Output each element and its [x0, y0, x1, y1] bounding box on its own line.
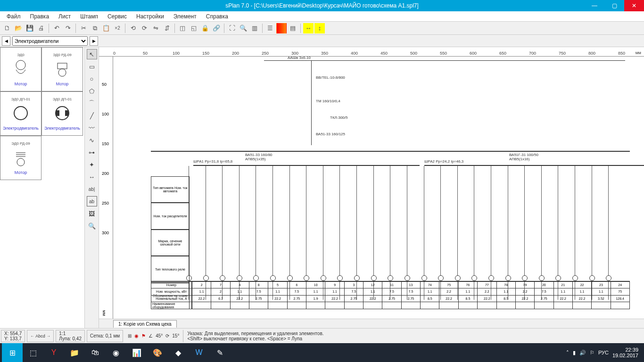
bezier-tool[interactable]: ∿ — [87, 135, 97, 145]
grid-toggle-icon[interactable]: ⊞ — [128, 333, 132, 338]
circle-tool[interactable]: ○ — [87, 74, 97, 84]
menu-settings[interactable]: Настройки — [132, 13, 169, 20]
zoom-fit-button[interactable]: ⛶ — [227, 23, 237, 33]
taskbar-app2[interactable]: 🎨 — [147, 343, 168, 362]
line-tool[interactable]: ╱ — [87, 110, 97, 121]
taskbar-explorer[interactable]: 📁 — [64, 343, 85, 362]
symbol-engine-2[interactable]: ЭД0 ДП-01 Электродвигатель — [41, 91, 83, 136]
connection-tool[interactable]: ⊶ — [87, 147, 97, 157]
window-titlebar: sPlan 7.0 - [C:\Users\Евгений\Desktop\Ку… — [0, 0, 644, 11]
menu-element[interactable]: Элемент — [169, 13, 201, 20]
ruler-horizontal: 0 50 100 150 200 250 300 350 400 450 500… — [99, 47, 644, 57]
group-button[interactable]: ◫ — [177, 23, 188, 33]
menu-stamp[interactable]: Штамп — [75, 13, 103, 20]
layers-button[interactable]: ▤ — [288, 23, 298, 33]
rotate-left-button[interactable]: ⟲ — [128, 23, 138, 33]
taskbar-app3[interactable]: ◆ — [168, 343, 189, 362]
symbol-motor-3[interactable]: ЭД0 РД-09 Мотор — [0, 136, 41, 180]
symbol-palette: ЭД0 Мотор ЭД0 РД-09 Мотор ЭД0 ДП-01 Элек… — [0, 47, 85, 328]
svg-point-2 — [58, 69, 66, 76]
drawing-canvas[interactable]: ААШв 3x6-10 BB/TEL-10-8/800 ТМ 160/10/0,… — [113, 57, 644, 319]
rotate-icon[interactable]: ⟳ — [165, 333, 169, 338]
duplicate-x2-button[interactable]: ×2 — [112, 23, 123, 33]
new-button[interactable]: 🗋 — [2, 23, 12, 33]
svg-point-7 — [17, 158, 25, 166]
link-button[interactable]: 🔗 — [211, 23, 222, 33]
measure-v-button[interactable]: ↕ — [314, 23, 325, 33]
lock-button[interactable]: 🔒 — [200, 23, 210, 33]
tray-lang[interactable]: РУС — [598, 350, 609, 355]
svg-point-3 — [14, 107, 27, 120]
tray-volume-icon[interactable]: 🔊 — [579, 350, 586, 356]
sheet-tab[interactable]: 1: Kopie von Схема цеха — [113, 320, 177, 328]
undo-button[interactable]: ↶ — [51, 23, 62, 33]
print-button[interactable]: 🖨 — [36, 23, 46, 33]
list-button[interactable]: ☰ — [265, 23, 275, 33]
menu-sheet[interactable]: Лист — [54, 13, 75, 20]
mirror-h-button[interactable]: ⇋ — [150, 23, 161, 33]
window-maximize-button[interactable]: ▢ — [604, 0, 624, 11]
taskbar-word[interactable]: W — [189, 343, 209, 362]
main-toolbar: 🗋 📂 💾 🖨 ↶ ↷ ✂ ⧉ 📋 ×2 ⟲ ⟳ ⇋ ⇵ ◫ ◱ 🔒 🔗 ⛶ 🔍… — [0, 22, 644, 35]
polygon-tool[interactable]: ⬠ — [87, 86, 97, 96]
copy-button[interactable]: ⧉ — [90, 23, 100, 33]
textlabel-tool[interactable]: ab| — [87, 184, 97, 194]
snap-icon[interactable]: ◉ — [134, 333, 139, 338]
symbol-motor-1[interactable]: ЭД0 Мотор — [0, 47, 41, 91]
library-select[interactable]: Электродвигатели — [12, 36, 88, 46]
menu-help[interactable]: Справка — [201, 13, 233, 20]
menu-file[interactable]: Файл — [2, 13, 25, 20]
mirror-v-button[interactable]: ⇵ — [162, 23, 172, 33]
taskbar-store[interactable]: 🛍 — [85, 343, 106, 362]
start-button[interactable]: ⊞ — [2, 343, 23, 362]
windows-taskbar: ⊞ ⬚ Y 📁 🛍 ◉ 📊 🎨 ◆ W ✎ ˄ ▮ 🔊 ⚐ РУС 22:391… — [0, 343, 644, 362]
motor-icon — [9, 57, 33, 81]
library-bar: ◀ Электродвигатели ▶ — [0, 35, 644, 47]
lib-next-button[interactable]: ▶ — [90, 36, 98, 46]
tray-flag-icon[interactable]: ⚐ — [590, 350, 594, 356]
text-tool[interactable]: ab — [87, 196, 97, 206]
rotate-right-button[interactable]: ⟳ — [139, 23, 149, 33]
drawing-tools: ↖ ▭ ○ ⬠ ⌒ ╱ 〰 ∿ ⊶ ✦ ↔ ab| ab 🖼 🔍 — [85, 47, 99, 328]
window-title: sPlan 7.0 - [C:\Users\Евгений\Desktop\Ку… — [225, 2, 419, 9]
pointer-tool[interactable]: ↖ — [87, 49, 97, 59]
tray-clock[interactable]: 22:3919.02.2017 — [612, 347, 638, 358]
redo-button[interactable]: ↷ — [63, 23, 73, 33]
svg-rect-1 — [58, 63, 67, 69]
paste-button[interactable]: 📋 — [101, 23, 111, 33]
measure-h-button[interactable]: ↔ — [303, 23, 314, 33]
taskbar-chrome[interactable]: ◉ — [106, 343, 126, 362]
color-button[interactable] — [276, 23, 287, 33]
symbol-engine-1[interactable]: ЭД0 ДП-01 Электродвигатель — [0, 91, 41, 136]
taskbar-app1[interactable]: 📊 — [126, 343, 147, 362]
window-close-button[interactable]: ✕ — [624, 0, 644, 11]
node-tool[interactable]: ✦ — [87, 159, 97, 170]
angle-icon[interactable]: ∠ — [149, 333, 153, 338]
curve-tool[interactable]: 〰 — [87, 123, 97, 133]
save-button[interactable]: 💾 — [25, 23, 35, 33]
components-button[interactable]: ▥ — [249, 23, 260, 33]
zoom-tool[interactable]: 🔍 — [87, 221, 97, 231]
svg-rect-5 — [56, 110, 59, 116]
tray-battery-icon[interactable]: ▮ — [573, 350, 576, 356]
window-minimize-button[interactable]: — — [585, 0, 604, 11]
lib-prev-button[interactable]: ◀ — [2, 36, 10, 46]
dimension-tool[interactable]: ↔ — [87, 172, 97, 182]
taskbar-yandex[interactable]: Y — [43, 343, 64, 362]
cut-button[interactable]: ✂ — [78, 23, 89, 33]
rect-tool[interactable]: ▭ — [87, 61, 97, 72]
statusbar: X: 554,7Y: 133,7 ← Abcd → 1:1Лупа: 0,42 … — [0, 328, 644, 343]
taskview-button[interactable]: ⬚ — [23, 343, 43, 362]
taskbar-splan[interactable]: ✎ — [209, 343, 230, 362]
menu-edit[interactable]: Правка — [25, 13, 54, 20]
tray-up-icon[interactable]: ˄ — [566, 350, 569, 356]
special-tool[interactable]: ⌒ — [87, 98, 97, 108]
flag-icon[interactable]: ⚑ — [141, 333, 146, 338]
menu-service[interactable]: Сервис — [103, 13, 132, 20]
find-button[interactable]: 🔍 — [238, 23, 248, 33]
menubar: Файл Правка Лист Штамп Сервис Настройки … — [0, 11, 644, 22]
symbol-motor-2[interactable]: ЭД0 РД-09 Мотор — [41, 47, 83, 91]
ungroup-button[interactable]: ◱ — [189, 23, 199, 33]
image-tool[interactable]: 🖼 — [87, 208, 97, 219]
open-button[interactable]: 📂 — [13, 23, 24, 33]
